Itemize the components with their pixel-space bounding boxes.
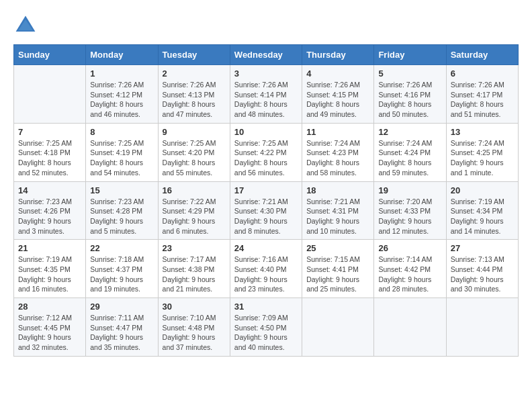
day-number: 18 [306,185,369,195]
week-row-5: 28Sunrise: 7:12 AM Sunset: 4:45 PM Dayli… [14,298,519,357]
day-info: Sunrise: 7:25 AM Sunset: 4:22 PM Dayligh… [234,138,298,178]
day-cell-15: 15Sunrise: 7:23 AM Sunset: 4:28 PM Dayli… [86,181,158,240]
day-info: Sunrise: 7:24 AM Sunset: 4:25 PM Dayligh… [451,138,514,178]
day-cell-27: 27Sunrise: 7:13 AM Sunset: 4:44 PM Dayli… [446,240,518,298]
day-number: 24 [234,243,298,253]
day-info: Sunrise: 7:17 AM Sunset: 4:38 PM Dayligh… [163,255,226,294]
empty-cell [14,65,86,124]
week-row-4: 21Sunrise: 7:19 AM Sunset: 4:35 PM Dayli… [14,240,519,298]
calendar-table: SundayMondayTuesdayWednesdayThursdayFrid… [13,44,519,357]
day-number: 26 [378,243,441,253]
day-number: 14 [18,185,81,195]
day-cell-25: 25Sunrise: 7:15 AM Sunset: 4:41 PM Dayli… [302,240,374,298]
day-info: Sunrise: 7:26 AM Sunset: 4:13 PM Dayligh… [163,80,226,120]
empty-cell [446,298,518,357]
day-cell-12: 12Sunrise: 7:24 AM Sunset: 4:24 PM Dayli… [374,123,446,181]
day-cell-11: 11Sunrise: 7:24 AM Sunset: 4:23 PM Dayli… [302,123,374,181]
day-number: 22 [90,243,153,253]
day-cell-7: 7Sunrise: 7:25 AM Sunset: 4:18 PM Daylig… [14,123,86,181]
day-cell-9: 9Sunrise: 7:25 AM Sunset: 4:20 PM Daylig… [158,123,230,181]
col-header-sunday: Sunday [14,45,86,65]
day-info: Sunrise: 7:26 AM Sunset: 4:12 PM Dayligh… [90,80,153,120]
day-cell-22: 22Sunrise: 7:18 AM Sunset: 4:37 PM Dayli… [86,240,158,298]
day-info: Sunrise: 7:26 AM Sunset: 4:16 PM Dayligh… [378,80,441,120]
day-cell-29: 29Sunrise: 7:11 AM Sunset: 4:47 PM Dayli… [86,298,158,357]
day-info: Sunrise: 7:10 AM Sunset: 4:48 PM Dayligh… [163,313,226,353]
day-number: 13 [451,127,514,137]
day-cell-1: 1Sunrise: 7:26 AM Sunset: 4:12 PM Daylig… [86,65,158,124]
day-number: 28 [18,302,81,312]
day-info: Sunrise: 7:23 AM Sunset: 4:28 PM Dayligh… [90,197,153,236]
day-info: Sunrise: 7:11 AM Sunset: 4:47 PM Dayligh… [90,313,153,353]
day-info: Sunrise: 7:15 AM Sunset: 4:41 PM Dayligh… [306,255,369,294]
col-header-friday: Friday [374,45,446,65]
day-cell-20: 20Sunrise: 7:19 AM Sunset: 4:34 PM Dayli… [446,181,518,240]
col-header-tuesday: Tuesday [158,45,230,65]
week-row-3: 14Sunrise: 7:23 AM Sunset: 4:26 PM Dayli… [14,181,519,240]
day-cell-31: 31Sunrise: 7:09 AM Sunset: 4:50 PM Dayli… [230,298,302,357]
day-info: Sunrise: 7:16 AM Sunset: 4:40 PM Dayligh… [234,255,298,294]
day-number: 21 [18,243,81,253]
day-number: 19 [378,185,441,195]
week-row-2: 7Sunrise: 7:25 AM Sunset: 4:18 PM Daylig… [14,123,519,181]
day-info: Sunrise: 7:26 AM Sunset: 4:15 PM Dayligh… [306,80,369,120]
day-info: Sunrise: 7:18 AM Sunset: 4:37 PM Dayligh… [90,255,153,294]
day-info: Sunrise: 7:21 AM Sunset: 4:31 PM Dayligh… [306,197,369,236]
logo [13,13,40,38]
day-cell-16: 16Sunrise: 7:22 AM Sunset: 4:29 PM Dayli… [158,181,230,240]
day-cell-17: 17Sunrise: 7:21 AM Sunset: 4:30 PM Dayli… [230,181,302,240]
col-header-monday: Monday [86,45,158,65]
empty-cell [374,298,446,357]
day-cell-14: 14Sunrise: 7:23 AM Sunset: 4:26 PM Dayli… [14,181,86,240]
day-number: 30 [163,302,226,312]
day-info: Sunrise: 7:21 AM Sunset: 4:30 PM Dayligh… [234,197,298,236]
day-info: Sunrise: 7:14 AM Sunset: 4:42 PM Dayligh… [378,255,441,294]
day-cell-3: 3Sunrise: 7:26 AM Sunset: 4:14 PM Daylig… [230,65,302,124]
day-cell-21: 21Sunrise: 7:19 AM Sunset: 4:35 PM Dayli… [14,240,86,298]
day-number: 15 [90,185,153,195]
day-cell-18: 18Sunrise: 7:21 AM Sunset: 4:31 PM Dayli… [302,181,374,240]
day-cell-2: 2Sunrise: 7:26 AM Sunset: 4:13 PM Daylig… [158,65,230,124]
day-info: Sunrise: 7:24 AM Sunset: 4:23 PM Dayligh… [306,138,369,178]
day-number: 6 [451,68,514,79]
day-number: 17 [234,185,298,195]
day-cell-13: 13Sunrise: 7:24 AM Sunset: 4:25 PM Dayli… [446,123,518,181]
week-row-1: 1Sunrise: 7:26 AM Sunset: 4:12 PM Daylig… [14,65,519,124]
day-number: 27 [451,243,514,253]
day-cell-4: 4Sunrise: 7:26 AM Sunset: 4:15 PM Daylig… [302,65,374,124]
day-number: 25 [306,243,369,253]
day-cell-10: 10Sunrise: 7:25 AM Sunset: 4:22 PM Dayli… [230,123,302,181]
col-header-wednesday: Wednesday [230,45,302,65]
day-info: Sunrise: 7:26 AM Sunset: 4:14 PM Dayligh… [234,80,298,120]
day-number: 16 [163,185,226,195]
day-number: 10 [234,127,298,137]
day-cell-8: 8Sunrise: 7:25 AM Sunset: 4:19 PM Daylig… [86,123,158,181]
day-info: Sunrise: 7:25 AM Sunset: 4:18 PM Dayligh… [18,138,81,178]
day-cell-5: 5Sunrise: 7:26 AM Sunset: 4:16 PM Daylig… [374,65,446,124]
day-info: Sunrise: 7:20 AM Sunset: 4:33 PM Dayligh… [378,197,441,236]
day-cell-6: 6Sunrise: 7:26 AM Sunset: 4:17 PM Daylig… [446,65,518,124]
day-number: 9 [163,127,226,137]
day-number: 8 [90,127,153,137]
day-number: 3 [234,68,298,79]
col-header-saturday: Saturday [446,45,518,65]
day-cell-24: 24Sunrise: 7:16 AM Sunset: 4:40 PM Dayli… [230,240,302,298]
day-number: 23 [163,243,226,253]
day-number: 1 [90,68,153,79]
day-info: Sunrise: 7:25 AM Sunset: 4:19 PM Dayligh… [90,138,153,178]
calendar-header: SundayMondayTuesdayWednesdayThursdayFrid… [14,45,519,65]
day-info: Sunrise: 7:23 AM Sunset: 4:26 PM Dayligh… [18,197,81,236]
empty-cell [302,298,374,357]
day-cell-26: 26Sunrise: 7:14 AM Sunset: 4:42 PM Dayli… [374,240,446,298]
day-info: Sunrise: 7:25 AM Sunset: 4:20 PM Dayligh… [163,138,226,178]
day-number: 11 [306,127,369,137]
day-info: Sunrise: 7:13 AM Sunset: 4:44 PM Dayligh… [451,255,514,294]
day-cell-19: 19Sunrise: 7:20 AM Sunset: 4:33 PM Dayli… [374,181,446,240]
day-cell-30: 30Sunrise: 7:10 AM Sunset: 4:48 PM Dayli… [158,298,230,357]
day-number: 20 [451,185,514,195]
day-number: 12 [378,127,441,137]
day-info: Sunrise: 7:22 AM Sunset: 4:29 PM Dayligh… [163,197,226,236]
day-cell-23: 23Sunrise: 7:17 AM Sunset: 4:38 PM Dayli… [158,240,230,298]
day-number: 7 [18,127,81,137]
day-number: 5 [378,68,441,79]
